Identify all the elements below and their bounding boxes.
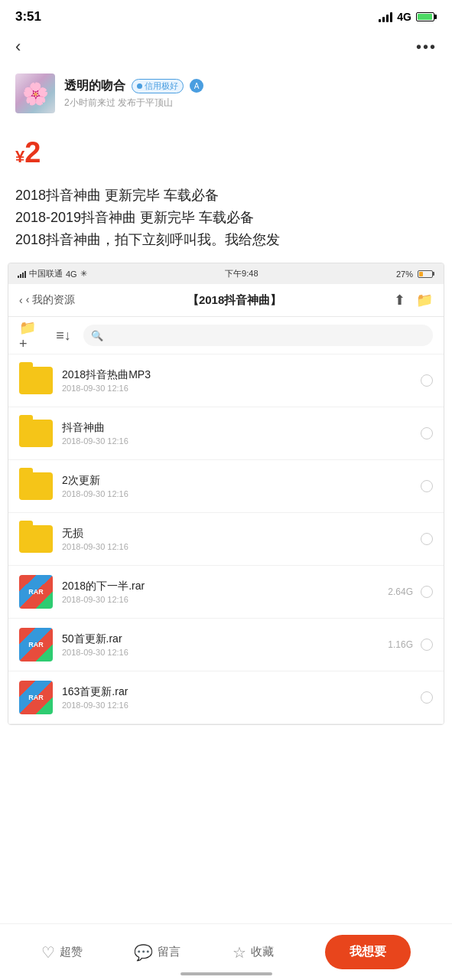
folder-icon-item [19, 364, 53, 397]
user-meta: 2小时前来过 发布于平顶山 [64, 96, 203, 109]
description-text: 2018抖音神曲 更新完毕 车载必备2018-2019抖音神曲 更新完毕 车载必… [15, 188, 280, 247]
comment-label: 留言 [158, 945, 180, 959]
credit-badge: 信用极好 [132, 79, 184, 93]
battery-icon [416, 12, 437, 21]
list-item[interactable]: 2次更新 2018-09-30 12:16 [8, 460, 444, 513]
list-item[interactable]: RAR 163首更新.rar 2018-09-30 12:16 [8, 671, 444, 724]
status-time: 3:51 [15, 9, 41, 24]
file-checkbox[interactable] [421, 533, 433, 545]
inner-sort-button[interactable]: ≡↓ [51, 323, 76, 348]
credit-dot-icon [137, 83, 142, 89]
file-size: 2.64G [388, 586, 413, 597]
file-name: 2018的下一半.rar [62, 580, 388, 593]
list-item[interactable]: RAR 2018的下一半.rar 2018-09-30 12:16 2.64G [8, 566, 444, 619]
file-name: 50首更新.rar [62, 632, 388, 646]
inner-back-label: ‹ 我的资源 [26, 293, 76, 307]
status-right: 4G [379, 11, 437, 23]
file-info: 50首更新.rar 2018-09-30 12:16 [62, 632, 388, 657]
file-list: 2018抖音热曲MP3 2018-09-30 12:16 抖音神曲 2018-0… [8, 354, 444, 724]
price-symbol: ¥ [15, 147, 24, 166]
inner-battery-icon [418, 270, 434, 278]
inner-battery-percent: 27% [396, 270, 413, 279]
inner-nav-title: 【2018抖音神曲】 [187, 293, 281, 308]
file-date: 2018-09-30 12:16 [62, 384, 421, 393]
inner-nav-back[interactable]: ‹ ‹ 我的资源 [19, 293, 75, 307]
user-name: 透明的吻合 [64, 78, 125, 94]
like-icon: ♡ [41, 943, 55, 962]
file-name: 2次更新 [62, 474, 421, 488]
file-checkbox[interactable] [421, 427, 433, 439]
more-button[interactable]: ••• [416, 38, 437, 56]
list-item[interactable]: 2018抖音热曲MP3 2018-09-30 12:16 [8, 354, 444, 407]
inner-wifi-icon: ✳ [80, 269, 87, 279]
file-checkbox[interactable] [421, 639, 433, 651]
file-info: 无损 2018-09-30 12:16 [62, 527, 421, 551]
comment-button[interactable]: 💬 留言 [134, 943, 180, 962]
inner-time: 下午9:48 [225, 268, 258, 279]
user-info: 🌸 透明的吻合 信用极好 A 2小时前来过 发布于平顶山 [0, 66, 452, 124]
screenshot-embed: 中国联通 4G ✳ 下午9:48 27% ‹ ‹ 我的资源 【2018抖音神曲】… [8, 263, 444, 725]
verify-icon: A [190, 79, 203, 93]
inner-search-bar[interactable]: 🔍 [83, 325, 433, 346]
file-info: 163首更新.rar 2018-09-30 12:16 [62, 685, 421, 710]
favorite-button[interactable]: ☆ 收藏 [233, 943, 274, 962]
description: 2018抖音神曲 更新完毕 车载必备2018-2019抖音神曲 更新完毕 车载必… [0, 177, 452, 263]
inner-nav-actions: ⬆ 📁 [394, 292, 433, 309]
inner-status-left: 中国联通 4G ✳ [18, 268, 87, 279]
folder-icon-item [19, 469, 53, 503]
file-name: 抖音神曲 [62, 421, 421, 435]
home-indicator [180, 972, 272, 975]
inner-add-button[interactable]: 📁+ [19, 323, 44, 348]
list-item[interactable]: RAR 50首更新.rar 2018-09-30 12:16 1.16G [8, 619, 444, 671]
top-nav: ‹ ••• [0, 31, 452, 66]
file-name: 2018抖音热曲MP3 [62, 368, 421, 382]
status-bar: 3:51 4G [0, 0, 452, 31]
like-label: 超赞 [60, 945, 83, 959]
inner-nav: ‹ ‹ 我的资源 【2018抖音神曲】 ⬆ 📁 [8, 284, 444, 317]
price-section: ¥2 [0, 124, 452, 177]
comment-icon: 💬 [134, 943, 153, 962]
inner-folder-icon[interactable]: 📁 [416, 292, 433, 309]
file-date: 2018-09-30 12:16 [62, 436, 421, 446]
bottom-action-bar: ♡ 超赞 💬 留言 ☆ 收藏 我想要 [0, 923, 452, 980]
inner-back-icon: ‹ [19, 294, 23, 306]
avatar[interactable]: 🌸 [15, 74, 55, 113]
buy-button[interactable]: 我想要 [325, 935, 411, 969]
inner-upload-icon[interactable]: ⬆ [394, 292, 405, 309]
file-checkbox[interactable] [421, 691, 433, 704]
list-item[interactable]: 无损 2018-09-30 12:16 [8, 513, 444, 566]
price-amount: 2 [24, 136, 41, 168]
inner-search-icon: 🔍 [91, 330, 103, 341]
inner-carrier: 中国联通 [29, 268, 63, 279]
rar-icon-item: RAR [19, 575, 53, 609]
file-info: 2次更新 2018-09-30 12:16 [62, 474, 421, 498]
inner-add-icon: 📁+ [19, 319, 44, 352]
like-button[interactable]: ♡ 超赞 [41, 943, 83, 962]
file-checkbox[interactable] [421, 480, 433, 492]
favorite-label: 收藏 [251, 945, 274, 959]
inner-network: 4G [66, 270, 77, 279]
user-name-row: 透明的吻合 信用极好 A [64, 78, 203, 94]
price-display: ¥2 [15, 136, 41, 168]
file-size: 1.16G [388, 639, 413, 650]
back-button[interactable]: ‹ [15, 37, 21, 57]
signal-icon [379, 11, 392, 22]
favorite-icon: ☆ [233, 943, 246, 962]
folder-icon-item [19, 416, 53, 450]
file-date: 2018-09-30 12:16 [62, 542, 421, 551]
rar-icon-item: RAR [19, 681, 53, 714]
file-info: 2018的下一半.rar 2018-09-30 12:16 [62, 580, 388, 604]
network-label: 4G [397, 11, 411, 23]
file-date: 2018-09-30 12:16 [62, 489, 421, 498]
file-name: 163首更新.rar [62, 685, 421, 699]
file-name: 无损 [62, 527, 421, 541]
file-date: 2018-09-30 12:16 [62, 648, 388, 657]
file-date: 2018-09-30 12:16 [62, 701, 421, 710]
file-checkbox[interactable] [421, 586, 433, 598]
file-checkbox[interactable] [421, 374, 433, 387]
inner-status-bar: 中国联通 4G ✳ 下午9:48 27% [8, 263, 444, 284]
inner-sort-icon: ≡↓ [56, 328, 71, 344]
user-details: 透明的吻合 信用极好 A 2小时前来过 发布于平顶山 [64, 78, 203, 109]
file-info: 2018抖音热曲MP3 2018-09-30 12:16 [62, 368, 421, 393]
list-item[interactable]: 抖音神曲 2018-09-30 12:16 [8, 407, 444, 460]
